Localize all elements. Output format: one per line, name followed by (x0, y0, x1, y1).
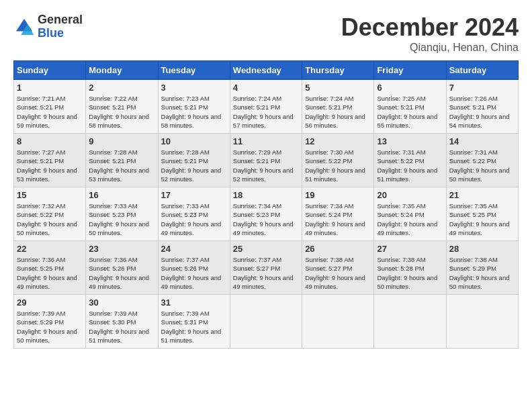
location: Qianqiu, Henan, China (341, 42, 519, 54)
calendar-cell: 14 Sunrise: 7:31 AMSunset: 5:22 PMDaylig… (446, 134, 518, 187)
calendar-cell: 4 Sunrise: 7:24 AMSunset: 5:21 PMDayligh… (230, 80, 302, 134)
header-day-monday: Monday (86, 61, 158, 80)
day-info: Sunrise: 7:36 AMSunset: 5:25 PMDaylight:… (17, 255, 83, 291)
day-info: Sunrise: 7:34 AMSunset: 5:23 PMDaylight:… (233, 201, 299, 237)
calendar-cell: 27 Sunrise: 7:38 AMSunset: 5:28 PMDaylig… (374, 241, 446, 295)
header-row: SundayMondayTuesdayWednesdayThursdayFrid… (14, 61, 519, 80)
week-row-3: 15 Sunrise: 7:32 AMSunset: 5:22 PMDaylig… (14, 187, 519, 241)
day-number: 24 (161, 244, 227, 254)
day-number: 22 (17, 244, 83, 254)
day-number: 1 (17, 83, 83, 93)
calendar-cell: 12 Sunrise: 7:30 AMSunset: 5:22 PMDaylig… (302, 134, 374, 187)
day-info: Sunrise: 7:35 AMSunset: 5:25 PMDaylight:… (449, 201, 515, 237)
calendar-cell: 19 Sunrise: 7:34 AMSunset: 5:24 PMDaylig… (302, 187, 374, 241)
day-info: Sunrise: 7:27 AMSunset: 5:21 PMDaylight:… (17, 148, 83, 183)
day-info: Sunrise: 7:21 AMSunset: 5:21 PMDaylight:… (17, 94, 83, 130)
calendar-cell (374, 295, 446, 349)
day-info: Sunrise: 7:25 AMSunset: 5:21 PMDaylight:… (377, 94, 443, 130)
header-day-sunday: Sunday (14, 61, 86, 80)
day-info: Sunrise: 7:35 AMSunset: 5:24 PMDaylight:… (377, 201, 443, 237)
day-number: 23 (89, 244, 154, 254)
day-number: 4 (233, 83, 299, 93)
calendar-body: 1 Sunrise: 7:21 AMSunset: 5:21 PMDayligh… (14, 80, 519, 349)
calendar-cell: 24 Sunrise: 7:37 AMSunset: 5:26 PMDaylig… (158, 241, 230, 295)
day-number: 28 (449, 244, 515, 254)
title-area: December 2024 Qianqiu, Henan, China (341, 13, 519, 54)
day-info: Sunrise: 7:37 AMSunset: 5:26 PMDaylight:… (161, 255, 227, 291)
day-info: Sunrise: 7:39 AMSunset: 5:29 PMDaylight:… (17, 309, 83, 345)
day-info: Sunrise: 7:38 AMSunset: 5:27 PMDaylight:… (305, 255, 371, 291)
day-number: 18 (233, 190, 299, 200)
month-title: December 2024 (341, 13, 519, 42)
calendar-table: SundayMondayTuesdayWednesdayThursdayFrid… (13, 60, 519, 349)
day-number: 27 (377, 244, 443, 254)
day-info: Sunrise: 7:31 AMSunset: 5:22 PMDaylight:… (377, 148, 443, 183)
calendar-cell: 26 Sunrise: 7:38 AMSunset: 5:27 PMDaylig… (302, 241, 374, 295)
week-row-5: 29 Sunrise: 7:39 AMSunset: 5:29 PMDaylig… (14, 295, 519, 349)
day-number: 21 (449, 190, 515, 200)
header-day-thursday: Thursday (302, 61, 374, 80)
calendar-cell: 10 Sunrise: 7:28 AMSunset: 5:21 PMDaylig… (158, 134, 230, 187)
day-info: Sunrise: 7:22 AMSunset: 5:21 PMDaylight:… (89, 94, 154, 130)
calendar-cell: 5 Sunrise: 7:24 AMSunset: 5:21 PMDayligh… (302, 80, 374, 134)
logo-text: General Blue (38, 13, 83, 40)
week-row-4: 22 Sunrise: 7:36 AMSunset: 5:25 PMDaylig… (14, 241, 519, 295)
logo-icon (13, 16, 35, 38)
calendar-cell: 11 Sunrise: 7:29 AMSunset: 5:21 PMDaylig… (230, 134, 302, 187)
day-info: Sunrise: 7:33 AMSunset: 5:23 PMDaylight:… (161, 201, 227, 237)
calendar-cell: 30 Sunrise: 7:39 AMSunset: 5:30 PMDaylig… (86, 295, 158, 349)
header-day-friday: Friday (374, 61, 446, 80)
calendar-cell: 9 Sunrise: 7:28 AMSunset: 5:21 PMDayligh… (86, 134, 158, 187)
calendar-cell: 15 Sunrise: 7:32 AMSunset: 5:22 PMDaylig… (14, 187, 86, 241)
calendar-cell: 18 Sunrise: 7:34 AMSunset: 5:23 PMDaylig… (230, 187, 302, 241)
calendar-cell: 2 Sunrise: 7:22 AMSunset: 5:21 PMDayligh… (86, 80, 158, 134)
day-number: 9 (89, 136, 154, 146)
day-number: 26 (305, 244, 371, 254)
day-info: Sunrise: 7:28 AMSunset: 5:21 PMDaylight:… (89, 148, 154, 183)
calendar-cell: 6 Sunrise: 7:25 AMSunset: 5:21 PMDayligh… (374, 80, 446, 134)
calendar-cell (446, 295, 518, 349)
day-info: Sunrise: 7:39 AMSunset: 5:30 PMDaylight:… (89, 309, 154, 345)
calendar-cell: 29 Sunrise: 7:39 AMSunset: 5:29 PMDaylig… (14, 295, 86, 349)
calendar-cell: 21 Sunrise: 7:35 AMSunset: 5:25 PMDaylig… (446, 187, 518, 241)
calendar-cell: 17 Sunrise: 7:33 AMSunset: 5:23 PMDaylig… (158, 187, 230, 241)
day-info: Sunrise: 7:39 AMSunset: 5:31 PMDaylight:… (161, 309, 227, 345)
logo: General Blue (13, 13, 83, 40)
calendar-cell: 16 Sunrise: 7:33 AMSunset: 5:23 PMDaylig… (86, 187, 158, 241)
day-info: Sunrise: 7:36 AMSunset: 5:26 PMDaylight:… (89, 255, 154, 291)
header-day-wednesday: Wednesday (230, 61, 302, 80)
day-info: Sunrise: 7:38 AMSunset: 5:28 PMDaylight:… (377, 255, 443, 291)
week-row-2: 8 Sunrise: 7:27 AMSunset: 5:21 PMDayligh… (14, 134, 519, 187)
day-info: Sunrise: 7:33 AMSunset: 5:23 PMDaylight:… (89, 201, 154, 237)
day-info: Sunrise: 7:29 AMSunset: 5:21 PMDaylight:… (233, 148, 299, 183)
day-info: Sunrise: 7:31 AMSunset: 5:22 PMDaylight:… (449, 148, 515, 183)
calendar-cell: 28 Sunrise: 7:38 AMSunset: 5:29 PMDaylig… (446, 241, 518, 295)
day-info: Sunrise: 7:24 AMSunset: 5:21 PMDaylight:… (233, 94, 299, 130)
day-number: 3 (161, 83, 227, 93)
day-info: Sunrise: 7:30 AMSunset: 5:22 PMDaylight:… (305, 148, 371, 183)
calendar-header: SundayMondayTuesdayWednesdayThursdayFrid… (14, 61, 519, 80)
day-number: 15 (17, 190, 83, 200)
day-number: 31 (161, 298, 227, 308)
day-number: 7 (449, 83, 515, 93)
header-day-saturday: Saturday (446, 61, 518, 80)
day-number: 30 (89, 298, 154, 308)
day-number: 17 (161, 190, 227, 200)
day-info: Sunrise: 7:23 AMSunset: 5:21 PMDaylight:… (161, 94, 227, 130)
calendar-cell: 13 Sunrise: 7:31 AMSunset: 5:22 PMDaylig… (374, 134, 446, 187)
day-number: 13 (377, 136, 443, 146)
header-day-tuesday: Tuesday (158, 61, 230, 80)
calendar-cell (302, 295, 374, 349)
day-number: 8 (17, 136, 83, 146)
week-row-1: 1 Sunrise: 7:21 AMSunset: 5:21 PMDayligh… (14, 80, 519, 134)
day-number: 10 (161, 136, 227, 146)
day-number: 5 (305, 83, 371, 93)
day-number: 11 (233, 136, 299, 146)
calendar-cell: 3 Sunrise: 7:23 AMSunset: 5:21 PMDayligh… (158, 80, 230, 134)
calendar-cell: 1 Sunrise: 7:21 AMSunset: 5:21 PMDayligh… (14, 80, 86, 134)
day-info: Sunrise: 7:34 AMSunset: 5:24 PMDaylight:… (305, 201, 371, 237)
day-info: Sunrise: 7:38 AMSunset: 5:29 PMDaylight:… (449, 255, 515, 291)
day-number: 16 (89, 190, 154, 200)
day-info: Sunrise: 7:28 AMSunset: 5:21 PMDaylight:… (161, 148, 227, 183)
calendar-cell (230, 295, 302, 349)
